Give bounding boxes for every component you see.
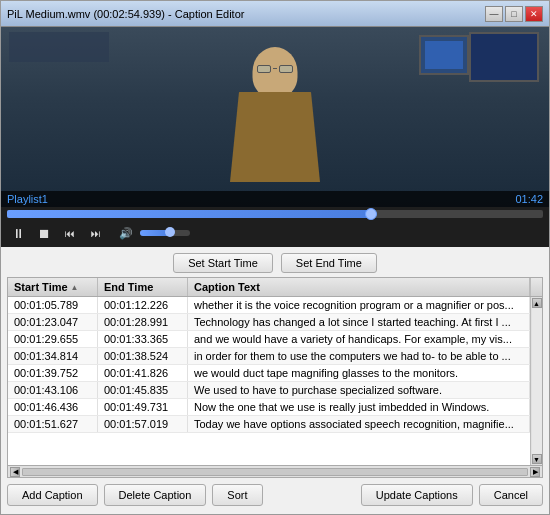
cell-end-time: 00:01:57.019 xyxy=(98,416,188,432)
col-caption-text: Caption Text xyxy=(188,278,530,296)
person-glasses xyxy=(257,65,293,73)
transport-controls: ⏸ ⏹ ⏮ ⏭ 🔊 xyxy=(7,222,543,244)
table-row[interactable]: 00:01:23.04700:01:28.991Technology has c… xyxy=(8,314,530,331)
window-title: PiL Medium.wmv (00:02:54.939) - Caption … xyxy=(7,8,244,20)
cell-start-time: 00:01:05.789 xyxy=(8,297,98,313)
horizontal-scrollbar[interactable]: ◀ ▶ xyxy=(8,465,542,477)
sort-button[interactable]: Sort xyxy=(212,484,262,506)
video-frame xyxy=(1,27,549,207)
set-end-time-button[interactable]: Set End Time xyxy=(281,253,377,273)
main-content: Set Start Time Set End Time Start Time ▲… xyxy=(1,247,549,514)
cell-caption-text: Today we have options associated speech … xyxy=(188,416,530,432)
cell-caption-text: Now the one that we use is really just i… xyxy=(188,399,530,415)
progress-bar[interactable] xyxy=(7,210,543,218)
bg-monitor xyxy=(419,35,469,75)
cell-end-time: 00:01:41.826 xyxy=(98,365,188,381)
table-row[interactable]: 00:01:39.75200:01:41.826we would duct ta… xyxy=(8,365,530,382)
title-bar: PiL Medium.wmv (00:02:54.939) - Caption … xyxy=(1,1,549,27)
cell-start-time: 00:01:51.627 xyxy=(8,416,98,432)
cell-end-time: 00:01:38.524 xyxy=(98,348,188,364)
cell-end-time: 00:01:49.731 xyxy=(98,399,188,415)
maximize-button[interactable]: □ xyxy=(505,6,523,22)
stop-button[interactable]: ⏹ xyxy=(33,222,55,244)
cell-start-time: 00:01:23.047 xyxy=(8,314,98,330)
cell-start-time: 00:01:39.752 xyxy=(8,365,98,381)
table-header: Start Time ▲ End Time Caption Text xyxy=(8,278,542,297)
cell-end-time: 00:01:28.991 xyxy=(98,314,188,330)
table-row[interactable]: 00:01:46.43600:01:49.731Now the one that… xyxy=(8,399,530,416)
volume-area: 🔊 xyxy=(115,222,190,244)
scroll-right-btn[interactable]: ▶ xyxy=(530,467,540,477)
progress-thumb xyxy=(365,208,377,220)
cell-start-time: 00:01:29.655 xyxy=(8,331,98,347)
sort-arrow-icon: ▲ xyxy=(71,283,79,292)
set-start-time-button[interactable]: Set Start Time xyxy=(173,253,273,273)
cell-start-time: 00:01:34.814 xyxy=(8,348,98,364)
cell-end-time: 00:01:33.365 xyxy=(98,331,188,347)
time-display: 01:42 xyxy=(515,193,543,205)
cell-caption-text: in order for them to use the computers w… xyxy=(188,348,530,364)
table-row[interactable]: 00:01:29.65500:01:33.365and we would hav… xyxy=(8,331,530,348)
table-body-container: 00:01:05.78900:01:12.226whether it is th… xyxy=(8,297,542,465)
update-captions-button[interactable]: Update Captions xyxy=(361,484,473,506)
add-caption-button[interactable]: Add Caption xyxy=(7,484,98,506)
cell-caption-text: and we would have a variety of handicaps… xyxy=(188,331,530,347)
cell-start-time: 00:01:43.106 xyxy=(8,382,98,398)
h-scroll-track xyxy=(22,468,528,476)
window-controls: — □ ✕ xyxy=(485,6,543,22)
main-window: PiL Medium.wmv (00:02:54.939) - Caption … xyxy=(0,0,550,515)
scroll-left-btn[interactable]: ◀ xyxy=(10,467,20,477)
header-scroll-space xyxy=(530,278,542,296)
cancel-button[interactable]: Cancel xyxy=(479,484,543,506)
cell-caption-text: we would duct tape magnifing glasses to … xyxy=(188,365,530,381)
cell-end-time: 00:01:12.226 xyxy=(98,297,188,313)
playlist-label: Playlist1 xyxy=(7,193,48,205)
table-row[interactable]: 00:01:05.78900:01:12.226whether it is th… xyxy=(8,297,530,314)
cell-caption-text: We used to have to purchase specialized … xyxy=(188,382,530,398)
volume-thumb xyxy=(165,227,175,237)
cell-caption-text: Technology has changed a lot since I sta… xyxy=(188,314,530,330)
pause-button[interactable]: ⏸ xyxy=(7,222,29,244)
next-frame-button[interactable]: ⏭ xyxy=(85,222,107,244)
minimize-button[interactable]: — xyxy=(485,6,503,22)
bg-board xyxy=(469,32,539,82)
progress-fill xyxy=(7,210,371,218)
close-button[interactable]: ✕ xyxy=(525,6,543,22)
volume-button[interactable]: 🔊 xyxy=(115,222,137,244)
controls-bar: ⏸ ⏹ ⏮ ⏭ 🔊 xyxy=(1,207,549,247)
scroll-track xyxy=(532,308,542,454)
table-row[interactable]: 00:01:51.62700:01:57.019Today we have op… xyxy=(8,416,530,433)
scroll-up-btn[interactable]: ▲ xyxy=(532,298,542,308)
cell-start-time: 00:01:46.436 xyxy=(8,399,98,415)
caption-time-buttons: Set Start Time Set End Time xyxy=(7,253,543,273)
table-row[interactable]: 00:01:43.10600:01:45.835We used to have … xyxy=(8,382,530,399)
delete-caption-button[interactable]: Delete Caption xyxy=(104,484,207,506)
col-start-time: Start Time ▲ xyxy=(8,278,98,296)
table-body[interactable]: 00:01:05.78900:01:12.226whether it is th… xyxy=(8,297,530,465)
volume-bar[interactable] xyxy=(140,230,190,236)
bottom-action-buttons: Add Caption Delete Caption Sort Update C… xyxy=(7,482,543,508)
vertical-scrollbar[interactable]: ▲ ▼ xyxy=(530,297,542,465)
playlist-bar: Playlist1 01:42 xyxy=(1,191,549,207)
cell-end-time: 00:01:45.835 xyxy=(98,382,188,398)
prev-frame-button[interactable]: ⏮ xyxy=(59,222,81,244)
cell-caption-text: whether it is the voice recognition prog… xyxy=(188,297,530,313)
video-area: Playlist1 01:42 xyxy=(1,27,549,207)
bg-text-left xyxy=(9,32,109,62)
captions-table: Start Time ▲ End Time Caption Text 00:01… xyxy=(7,277,543,478)
scroll-down-btn[interactable]: ▼ xyxy=(532,454,542,464)
col-end-time: End Time xyxy=(98,278,188,296)
table-row[interactable]: 00:01:34.81400:01:38.524in order for the… xyxy=(8,348,530,365)
person-body xyxy=(230,92,320,182)
